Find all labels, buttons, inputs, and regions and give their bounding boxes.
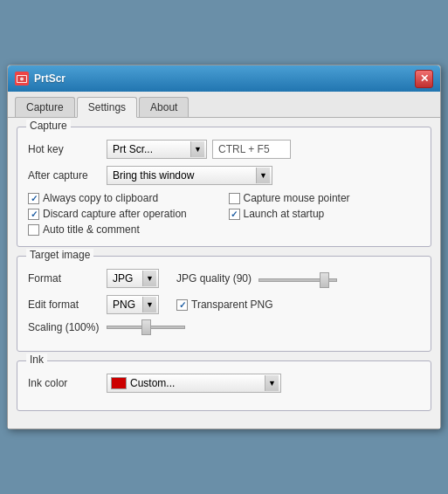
after-capture-value: Bring this window (113, 169, 194, 182)
transparent-png-item[interactable]: Transparent PNG (176, 298, 273, 311)
ink-section-title: Ink (26, 353, 47, 366)
checkbox-discard-after[interactable]: Discard capture after operation (28, 208, 220, 220)
edit-format-dropdown[interactable]: PNG ▼ (107, 295, 159, 314)
after-capture-label: After capture (28, 169, 107, 182)
tab-capture[interactable]: Capture (15, 97, 75, 117)
hotkey-label: Hot key (28, 143, 107, 155)
format-label: Format (28, 272, 107, 285)
checkbox-launch-startup-box[interactable] (229, 209, 240, 220)
ink-color-row: Ink color Custom... ▼ (28, 374, 420, 393)
capture-section: Capture Hot key Prt Scr... ▼ After captu… (17, 127, 431, 247)
checkboxes-group: Always copy to clipboard Capture mouse p… (28, 192, 420, 236)
target-section: Target image Format JPG ▼ JPG quality (9… (17, 256, 431, 352)
window-title: PrtScr (34, 72, 415, 85)
scaling-slider[interactable] (107, 326, 185, 329)
checkbox-auto-title-box[interactable] (28, 224, 39, 236)
format-row: Format JPG ▼ JPG quality (90) (28, 269, 420, 288)
checkbox-discard-after-label: Discard capture after operation (43, 208, 187, 220)
ink-color-dropdown[interactable]: Custom... ▼ (107, 374, 281, 393)
ink-color-swatch (111, 377, 127, 389)
target-section-title: Target image (26, 249, 93, 261)
hotkey-secondary-input[interactable] (212, 140, 291, 159)
hotkey-row: Hot key Prt Scr... ▼ (28, 140, 420, 159)
hotkey-dropdown[interactable]: Prt Scr... ▼ (107, 140, 207, 159)
after-capture-arrow: ▼ (256, 168, 270, 183)
title-bar: PrtScr ✕ (8, 65, 440, 92)
format-dropdown[interactable]: JPG ▼ (107, 269, 159, 288)
scaling-label: Scaling (100%) (28, 321, 107, 333)
hotkey-dropdown-arrow: ▼ (190, 141, 204, 157)
hotkey-value: Prt Scr... (113, 143, 153, 155)
jpg-quality-slider-container (258, 272, 337, 285)
main-content: Capture Hot key Prt Scr... ▼ After captu… (8, 118, 440, 429)
format-dropdown-arrow: ▼ (142, 271, 156, 286)
tab-about[interactable]: About (139, 97, 189, 117)
ink-color-label: Ink color (28, 377, 107, 389)
edit-format-value: PNG (113, 298, 135, 311)
capture-section-title: Capture (26, 120, 71, 132)
ink-section: Ink Ink color Custom... ▼ (17, 360, 431, 411)
jpg-quality-slider[interactable] (258, 278, 337, 282)
close-button[interactable]: ✕ (415, 70, 433, 88)
after-capture-dropdown[interactable]: Bring this window ▼ (107, 166, 272, 185)
checkbox-copy-clipboard-label: Always copy to clipboard (43, 192, 158, 204)
tab-bar: Capture Settings About (8, 92, 440, 118)
app-icon (15, 72, 29, 86)
tab-settings[interactable]: Settings (77, 97, 137, 118)
scaling-row: Scaling (100%) (28, 321, 420, 333)
checkbox-auto-title-label: Auto title & comment (43, 223, 140, 236)
checkbox-capture-mouse-label: Capture mouse pointer (244, 192, 350, 204)
svg-point-2 (20, 78, 24, 81)
edit-format-row: Edit format PNG ▼ Transparent PNG (28, 295, 420, 314)
checkbox-capture-mouse[interactable]: Capture mouse pointer (229, 192, 421, 204)
checkbox-discard-after-box[interactable] (28, 209, 39, 220)
main-window: PrtScr ✕ Capture Settings About Capture … (7, 65, 441, 429)
transparent-png-label: Transparent PNG (191, 298, 273, 311)
transparent-png-checkbox[interactable] (176, 299, 188, 311)
edit-format-label: Edit format (28, 298, 107, 311)
checkbox-copy-clipboard[interactable]: Always copy to clipboard (28, 192, 220, 204)
checkbox-launch-startup-label: Launch at startup (244, 208, 325, 220)
checkbox-capture-mouse-box[interactable] (229, 193, 240, 204)
checkbox-copy-clipboard-box[interactable] (28, 193, 39, 204)
jpg-quality-label: JPG quality (90) (176, 272, 252, 285)
format-value: JPG (113, 272, 133, 285)
ink-color-arrow: ▼ (265, 375, 279, 391)
checkbox-auto-title[interactable]: Auto title & comment (28, 223, 220, 236)
ink-color-value: Custom... (130, 377, 175, 389)
after-capture-row: After capture Bring this window ▼ (28, 166, 420, 185)
edit-format-dropdown-arrow: ▼ (142, 297, 156, 312)
checkbox-launch-startup[interactable]: Launch at startup (229, 208, 421, 220)
